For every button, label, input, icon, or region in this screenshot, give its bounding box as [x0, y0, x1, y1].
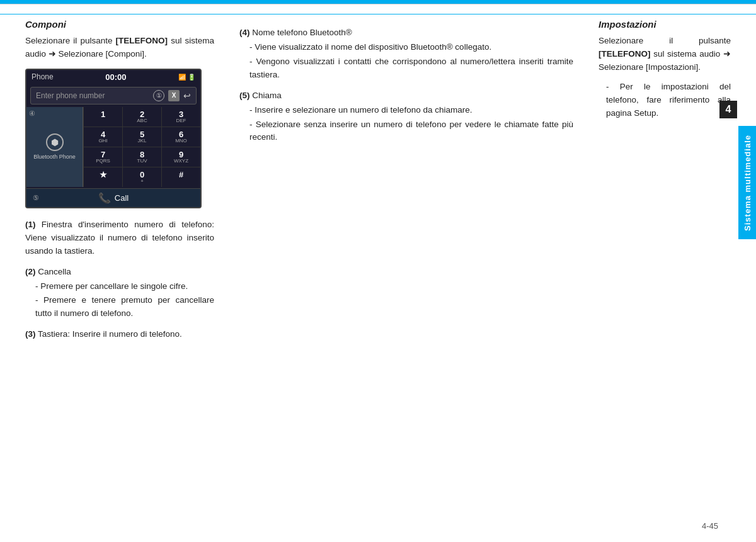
call-label: Call: [115, 193, 129, 203]
key-1: 1: [84, 107, 122, 127]
item-5-sub2: - Selezionare senza inserire un numero d…: [239, 118, 573, 145]
key-hash: #: [162, 167, 200, 187]
phone-ui-mockup: Phone 00:00 📶 🔋 Enter phone number ① X ↩: [25, 69, 202, 208]
item-3: (3) Tastiera: Inserire il numero di tele…: [25, 328, 214, 341]
telefono-bold-2: [TELEFONO]: [598, 49, 651, 59]
key-4: 4GHI: [84, 127, 122, 147]
key-star: ★: [84, 167, 122, 187]
key-2: 2ABC: [123, 107, 161, 127]
key-8: 8TUV: [123, 147, 161, 167]
sidebar-tab-label: Sistema multimediale: [743, 135, 752, 231]
delete-icon: X: [168, 90, 180, 101]
telefono-bold-1: [TELEFONO]: [116, 36, 168, 45]
impostazioni-intro: Selezionare il pulsante [TELEFONO] sul s…: [598, 35, 731, 74]
phone-keypad-area: ④ ⬢ Bluetooth Phone 1 2ABC 3DEF 4GHI 5JK…: [26, 107, 200, 187]
phone-input-icons: ① X ↩: [153, 90, 191, 101]
phone-bt-panel: ④ ⬢ Bluetooth Phone: [26, 107, 83, 187]
signal-icon: 📶: [178, 74, 186, 81]
battery-icon: 🔋: [188, 74, 195, 81]
key-9: 9WXYZ: [162, 147, 200, 167]
componi-heading: Componi: [25, 19, 214, 30]
footer-number: ⑤: [33, 194, 39, 202]
key-0: 0+: [123, 167, 161, 187]
componi-intro: Selezionare il pulsante [TELEFONO] sul s…: [25, 35, 214, 61]
page-number: 4-45: [702, 521, 718, 531]
col-middle: (4) Nome telefono Bluetooth® - Viene vis…: [227, 19, 586, 517]
sidebar-tab: Sistema multimediale: [738, 126, 756, 239]
impostazioni-sub1: - Per le impostazioni del telefono, fare…: [598, 81, 731, 120]
item-3-num: (3): [25, 329, 36, 339]
item-4-sub2: - Vengono visualizzati i contatti che co…: [239, 55, 573, 82]
phone-header: Phone 00:00 📶 🔋: [26, 70, 200, 84]
item-2-num: (2): [25, 267, 36, 276]
call-button: 📞 Call: [98, 192, 129, 204]
call-icon: 📞: [98, 192, 111, 204]
col-right: Impostazioni Selezionare il pulsante [TE…: [586, 19, 731, 517]
phone-keypad: 1 2ABC 3DEF 4GHI 5JKL 6MNO 7PQRS 8TUV 9W…: [83, 107, 200, 187]
chapter-box: 4: [719, 101, 737, 118]
item-5-sub1: - Inserire e selezionare un numero di te…: [239, 104, 573, 117]
bt-label: Bluetooth Phone: [33, 154, 76, 160]
key-5: 5JKL: [123, 127, 161, 147]
phone-footer: ⑤ 📞 Call: [26, 188, 200, 207]
main-content: Componi Selezionare il pulsante [TELEFON…: [25, 19, 731, 517]
item-4-sub1: - Viene visualizzato il nome del disposi…: [239, 41, 573, 54]
item-1-num: (1): [25, 220, 36, 229]
item-5: (5) Chiama - Inserire e selezionare un n…: [239, 89, 573, 145]
bt-number: ④: [29, 110, 35, 118]
item-2: (2) Cancella - Premere per cancellare le…: [25, 266, 214, 321]
phone-header-right: 📶 🔋: [178, 74, 195, 81]
key-7: 7PQRS: [84, 147, 122, 167]
content-rule: [0, 14, 756, 14]
item-2-sub2: - Premere e tenere premuto per cancellar…: [25, 294, 214, 320]
key-6: 6MNO: [162, 127, 200, 147]
item-4: (4) Nome telefono Bluetooth® - Viene vis…: [239, 26, 573, 82]
phone-header-left: Phone: [32, 72, 54, 81]
phone-input-placeholder: Enter phone number: [36, 91, 105, 100]
col-left: Componi Selezionare il pulsante [TELEFON…: [25, 19, 227, 517]
item-5-num: (5): [239, 91, 250, 100]
impostazioni-heading: Impostazioni: [598, 19, 731, 30]
bt-icon: ⬢: [46, 133, 64, 151]
phone-header-center: 00:00: [105, 72, 126, 82]
circle-1-icon: ①: [153, 90, 164, 101]
top-line: [0, 4, 756, 4]
item-2-sub1: - Premere per cancellare le singole cifr…: [25, 280, 214, 293]
item-1: (1) Finestra d'inserimento numero di tel…: [25, 218, 214, 258]
phone-input-row: Enter phone number ① X ↩: [30, 87, 197, 104]
key-3: 3DEF: [162, 107, 200, 127]
back-icon: ↩: [183, 91, 191, 101]
item-4-num: (4): [239, 28, 250, 37]
